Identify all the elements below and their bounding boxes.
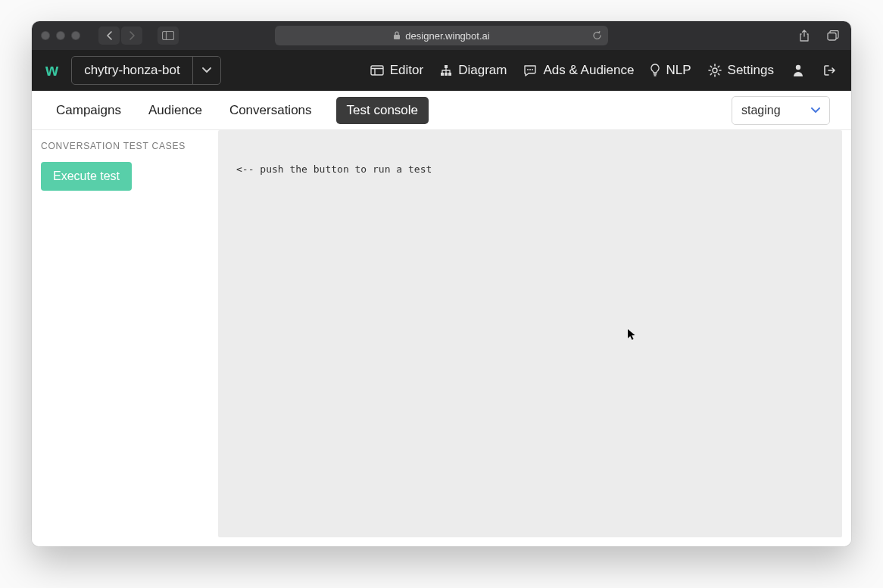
back-button[interactable] [98, 26, 120, 45]
svg-rect-4 [371, 66, 383, 75]
browser-window: designer.wingbot.ai w chytry-honza-bot [32, 21, 851, 546]
svg-point-17 [796, 65, 800, 70]
console-hint: <-- push the button to run a test [236, 163, 432, 175]
lock-icon [393, 31, 401, 40]
nav-nlp[interactable]: NLP [651, 63, 691, 78]
nav-editor-label: Editor [390, 63, 423, 78]
svg-rect-9 [445, 73, 448, 76]
browser-chrome: designer.wingbot.ai [32, 21, 851, 50]
svg-rect-2 [394, 35, 400, 39]
project-name: chytry-honza-bot [72, 57, 193, 84]
test-cases-sidebar: CONVERSATION TEST CASES Execute test [32, 130, 218, 546]
nav-ads[interactable]: Ads & Audience [523, 63, 634, 78]
tab-conversations[interactable]: Conversations [226, 97, 315, 124]
svg-point-13 [532, 69, 533, 70]
svg-rect-10 [448, 73, 451, 76]
tabs-overview-icon[interactable] [824, 27, 842, 44]
nav-diagram[interactable]: Diagram [440, 63, 507, 78]
logo[interactable]: w [45, 61, 58, 80]
nav-nlp-label: NLP [666, 63, 691, 78]
tab-audience[interactable]: Audience [145, 97, 205, 124]
diagram-icon [440, 64, 452, 76]
content-area: CONVERSATION TEST CASES Execute test <--… [32, 130, 851, 546]
history-nav [98, 26, 142, 45]
gear-icon [708, 64, 722, 77]
app-header: w chytry-honza-bot Editor Diagram [32, 50, 851, 91]
svg-rect-8 [441, 73, 444, 76]
nav-settings[interactable]: Settings [708, 63, 774, 78]
nav-editor[interactable]: Editor [370, 63, 423, 78]
svg-rect-3 [828, 33, 836, 41]
editor-icon [370, 65, 384, 76]
forward-button[interactable] [121, 26, 142, 45]
chevron-down-icon [193, 57, 220, 84]
svg-rect-7 [445, 65, 448, 68]
tab-campaigns[interactable]: Campaigns [53, 97, 124, 124]
environment-selector[interactable]: staging [732, 96, 830, 125]
project-selector[interactable]: chytry-honza-bot [71, 56, 221, 85]
svg-rect-0 [163, 32, 174, 40]
subnav: Campaigns Audience Conversations Test co… [32, 91, 851, 130]
window-maximize-button[interactable] [71, 31, 80, 40]
environment-value: staging [741, 104, 781, 117]
primary-nav: Editor Diagram Ads & Audience NLP [370, 63, 838, 78]
reload-icon[interactable] [592, 31, 602, 41]
svg-point-11 [527, 69, 529, 70]
window-controls [41, 31, 80, 40]
sidebar-heading: CONVERSATION TEST CASES [41, 141, 209, 151]
nav-ads-label: Ads & Audience [543, 63, 634, 78]
execute-test-button[interactable]: Execute test [41, 162, 132, 191]
console-output: <-- push the button to run a test [218, 130, 842, 537]
share-icon[interactable] [795, 27, 813, 44]
chrome-right-controls [795, 27, 842, 44]
chevron-down-icon [811, 107, 820, 114]
logout-icon[interactable] [822, 64, 838, 76]
window-minimize-button[interactable] [56, 31, 65, 40]
svg-point-12 [529, 69, 531, 70]
window-close-button[interactable] [41, 31, 50, 40]
address-bar[interactable]: designer.wingbot.ai [275, 26, 608, 45]
bulb-icon [651, 64, 660, 77]
cursor-icon [627, 328, 636, 341]
url-text: designer.wingbot.ai [405, 30, 489, 42]
nav-settings-label: Settings [728, 63, 774, 78]
nav-diagram-label: Diagram [458, 63, 507, 78]
user-icon[interactable] [791, 64, 806, 77]
tab-test-console[interactable]: Test console [336, 97, 429, 124]
svg-point-16 [713, 68, 717, 73]
sidebar-toggle-button[interactable] [158, 26, 179, 45]
chat-icon [523, 64, 537, 76]
